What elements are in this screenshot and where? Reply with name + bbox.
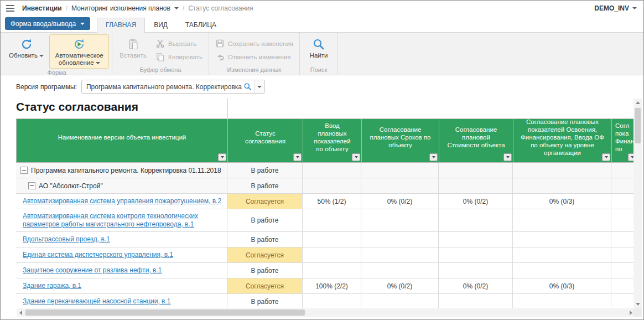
scrollbar-corner (633, 308, 642, 317)
value-cell: 0% (0/3) (513, 278, 611, 293)
save-changes-label: Сохранить изменения (228, 40, 293, 47)
value-cell (439, 247, 513, 262)
cut-icon (155, 39, 165, 48)
copy-button-label: Копировать (168, 54, 202, 60)
name-cell: АО "Абсолют-Строй" (16, 178, 227, 193)
value-cell: 0% (0/2) (439, 278, 513, 293)
ribbon-tabs: ГЛАВНАЯ ВИД ТАБЛИЦА (97, 18, 225, 32)
scroll-up-button[interactable] (633, 99, 642, 107)
object-version-link[interactable]: Здание гаража, в.1 (23, 282, 81, 290)
filter-button[interactable] (503, 153, 512, 161)
save-icon (215, 39, 225, 48)
cut-button-label: Вырезать (168, 40, 196, 47)
filter-button[interactable] (429, 153, 438, 161)
scroll-left-button[interactable] (17, 308, 25, 317)
menu-icon[interactable] (6, 5, 14, 12)
paste-icon (127, 38, 140, 51)
auto-refresh-button[interactable]: Автоматическое обновление (49, 34, 109, 69)
value-cell (303, 209, 361, 231)
value-cell (513, 178, 611, 193)
chevron-down-icon (296, 156, 299, 158)
collapse-icon[interactable] (28, 182, 35, 189)
value-cell (513, 247, 611, 262)
horizontal-scrollbar[interactable] (17, 308, 635, 317)
chevron-down-icon (605, 156, 608, 158)
value-cell (361, 163, 439, 178)
chevron-down-icon (96, 62, 100, 64)
filter-button[interactable] (602, 153, 610, 161)
column-header-label: Согласование плановых Сроков по объекту (369, 126, 432, 149)
auto-refresh-icon (72, 38, 86, 51)
undo-changes-button[interactable]: Отменить изменения (212, 51, 297, 62)
find-button-label: Найти (310, 52, 328, 59)
column-header-label: Наименование версии объекта инвестиций (58, 133, 186, 141)
status-cell: В работе (227, 232, 303, 247)
name-cell: Автоматизированная система контроля техн… (16, 209, 227, 231)
refresh-icon (20, 38, 33, 51)
breadcrumb-item-investments[interactable]: Инвестиции (22, 4, 62, 12)
search-icon[interactable] (242, 82, 254, 91)
vertical-scroll-thumb[interactable] (635, 108, 641, 143)
status-cell: В работе (227, 209, 303, 231)
ribbon-group-label-changes: Изменения данных (212, 66, 297, 75)
chevron-down-icon (506, 156, 510, 158)
table-row: Программа капитального ремонта. Корректи… (16, 163, 637, 178)
breadcrumb-item-monitoring[interactable]: Мониторинг исполнения планов (71, 4, 170, 12)
name-cell: Здание гаража, в.1 (16, 278, 227, 293)
tab-home[interactable]: ГЛАВНАЯ (97, 18, 145, 33)
table-row: Единая система диспетчерского управления… (16, 247, 637, 263)
object-version-link[interactable]: Защитное сооружение от разлива нефти, в.… (23, 266, 162, 275)
vertical-scrollbar[interactable] (633, 99, 642, 308)
table-row: Автоматизированная система контроля техн… (16, 209, 637, 232)
tab-table[interactable]: ТАБЛИЦА (176, 18, 225, 32)
value-cell: 0% (0/2) (361, 278, 439, 293)
scroll-down-button[interactable] (633, 300, 642, 308)
save-changes-button[interactable]: Сохранить изменения (212, 38, 297, 49)
value-cell: 0% (0/2) (439, 194, 513, 209)
breadcrumb-item-approval-status: Статус согласования (188, 4, 253, 12)
chevron-down-icon[interactable] (174, 7, 179, 9)
pane-divider (227, 98, 228, 120)
copy-button[interactable]: Копировать (152, 51, 206, 62)
ribbon-group-label-search: Поиск (303, 66, 335, 75)
column-header: Ввод плановых показателей по объекту (303, 119, 362, 162)
refresh-button[interactable]: Обновить (4, 34, 48, 61)
column-header-label: Согласование плановых показателей Освоен… (521, 118, 604, 157)
combobox-value: Программа капитального ремонта. Корректи… (82, 83, 242, 91)
value-cell (439, 232, 513, 247)
status-cell: В работе (227, 163, 303, 178)
object-version-link[interactable]: Автоматизированная система управления по… (23, 197, 221, 205)
chevron-down-icon (257, 86, 262, 88)
status-cell: В работе (227, 263, 303, 278)
cut-button[interactable]: Вырезать (152, 38, 206, 49)
object-version-link[interactable]: Единая система диспетчерского управления… (23, 251, 173, 259)
object-version-link[interactable]: Вдольтрассовый проезд, в.1 (23, 235, 110, 244)
io-form-button[interactable]: Форма ввода/вывода (5, 17, 90, 30)
program-version-combobox[interactable]: Программа капитального ремонта. Корректи… (81, 80, 265, 94)
collapse-icon[interactable] (20, 167, 28, 174)
filter-button[interactable] (293, 153, 302, 161)
object-version-link[interactable]: Автоматизированная система контроля техн… (23, 212, 224, 229)
user-menu[interactable]: DEMO_INV (594, 4, 637, 12)
table-row: Здание гаража, в.1Согласуется100% (2/2)0… (16, 278, 637, 294)
ribbon-group-label-clipboard: Буфер обмена (115, 66, 206, 75)
name-cell: Программа капитального ремонта. Корректи… (16, 163, 227, 178)
value-cell (439, 209, 513, 231)
combobox-dropdown-button[interactable] (254, 80, 264, 93)
column-header: Наименование версии объекта инвестиций (17, 119, 228, 162)
filter-button[interactable] (352, 153, 360, 161)
paste-button[interactable]: Вставить (115, 34, 151, 61)
table-row: АО "Абсолют-Строй"В работе (16, 178, 637, 194)
find-button[interactable]: Найти (303, 34, 335, 61)
table-row: Защитное сооружение от разлива нефти, в.… (16, 263, 637, 278)
column-header-label: Ввод плановых показателей по объекту (310, 122, 354, 153)
value-cell (361, 294, 439, 308)
filter-button[interactable] (218, 153, 226, 161)
chevron-down-icon (39, 55, 44, 57)
value-cell (439, 294, 513, 308)
tab-view[interactable]: ВИД (145, 18, 176, 32)
status-cell: Согласуется (227, 194, 303, 209)
horizontal-scroll-thumb[interactable] (25, 309, 305, 316)
object-version-link[interactable]: Здание перекачивающей насосной станции, … (23, 297, 170, 306)
value-cell (303, 163, 361, 178)
